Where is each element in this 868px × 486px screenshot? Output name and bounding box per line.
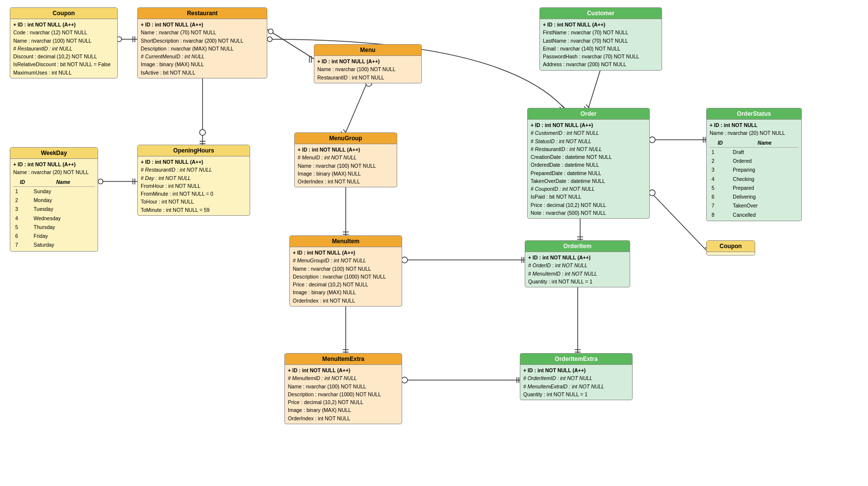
svg-point-34 bbox=[649, 137, 655, 143]
entity-field: CreationDate : datetime NOT NULL bbox=[531, 153, 646, 161]
entity-header-menuitem: MenuItem bbox=[290, 236, 402, 247]
table-cell: 2 bbox=[13, 196, 32, 205]
entity-orderstatus: OrderStatus+ ID : int NOT NULLName : nva… bbox=[706, 108, 802, 221]
entity-field: # OrderItemID : int NOT NULL bbox=[523, 374, 629, 382]
table-cell: 3 bbox=[13, 205, 32, 213]
entity-field: OrderIndex : int NOT NULL bbox=[288, 414, 399, 422]
entity-field: PasswordHash : nvarchar (70) NOT NULL bbox=[543, 52, 659, 60]
table-row: 2Monday bbox=[13, 196, 95, 205]
svg-point-52 bbox=[649, 190, 655, 196]
entity-field: # RestaurantID : int NULL bbox=[13, 45, 114, 52]
svg-line-4 bbox=[267, 29, 314, 59]
entity-body-menuitemextra: + ID : int NOT NULL (A++)# MenuItemID : … bbox=[285, 365, 402, 424]
entity-coupon_top: Coupon+ ID : int NOT NULL (A++)Code : nv… bbox=[10, 7, 118, 78]
entity-coupon_bottom: Coupon bbox=[706, 240, 755, 256]
entity-field: Code : nvarchar (12) NOT NULL bbox=[13, 28, 114, 36]
table-row: 4Checking bbox=[710, 175, 798, 183]
entity-restaurant: Restaurant+ ID : int NOT NULL (A++)Name … bbox=[137, 7, 267, 78]
svg-line-28 bbox=[588, 69, 601, 108]
entity-body-order: + ID : int NOT NULL (A++)# CustomerID : … bbox=[528, 120, 649, 218]
table-cell: Thursday bbox=[32, 223, 95, 231]
table-row: 6Delivering bbox=[710, 192, 798, 201]
entity-field: FirstName : nvarchar (70) NOT NULL bbox=[543, 28, 659, 36]
table-column-header: Name bbox=[731, 138, 798, 148]
table-cell: 4 bbox=[710, 175, 731, 183]
entity-header-orderitemextra: OrderItemExtra bbox=[520, 354, 632, 365]
table-row: 3Tuesday bbox=[13, 205, 95, 213]
table-column-header: Name bbox=[32, 178, 95, 187]
entity-field: # OrderID : int NOT NULL bbox=[528, 261, 627, 269]
entity-field: FromHour : int NOT NULL bbox=[141, 182, 247, 190]
table-cell: 6 bbox=[13, 231, 32, 240]
entity-field: Image : binary (MAX) NULL bbox=[293, 288, 399, 296]
entity-field: # Day : int NOT NULL bbox=[141, 174, 247, 182]
entity-field: TakenOverDate : datetime NULL bbox=[531, 177, 646, 185]
entity-field: + ID : int NOT NULL (A++) bbox=[531, 121, 646, 129]
entity-field: # MenuGroupID : int NOT NULL bbox=[293, 256, 399, 264]
table-cell: 5 bbox=[13, 223, 32, 231]
entity-header-orderitem: OrderItem bbox=[525, 241, 630, 252]
entity-header-orderstatus: OrderStatus bbox=[707, 108, 801, 120]
entity-header-order: Order bbox=[528, 108, 649, 120]
table-cell: Wednesday bbox=[32, 214, 95, 223]
entity-orderitem: OrderItem+ ID : int NOT NULL (A++)# Orde… bbox=[525, 240, 630, 287]
entity-field: ToMinute : int NOT NULL = 59 bbox=[141, 206, 247, 214]
entity-field: Name : nvarchar (100) NOT NULL bbox=[13, 37, 114, 45]
table-row: 8Cancelled bbox=[710, 210, 798, 219]
entity-weekday: WeekDay+ ID : int NOT NULL (A++)Name : n… bbox=[10, 147, 98, 252]
table-cell: Sunday bbox=[32, 186, 95, 196]
entity-body-orderstatus: + ID : int NOT NULLName : nvarchar (20) … bbox=[707, 120, 801, 221]
table-row: 1Sunday bbox=[13, 186, 95, 196]
entity-field: OrderIndex : int NOT NULL bbox=[293, 297, 399, 305]
table-cell: 5 bbox=[710, 183, 731, 192]
entity-field: + ID : int NOT NULL (A++) bbox=[141, 158, 247, 166]
table-cell: 7 bbox=[710, 201, 731, 210]
entity-field: + ID : int NOT NULL (A++) bbox=[13, 160, 95, 168]
entity-field: IsActive : bit NOT NULL bbox=[141, 69, 264, 77]
entity-field: Name : nvarchar (20) NOT NULL bbox=[13, 168, 95, 176]
entity-field: Price : decimal (10,2) NOT NULL bbox=[288, 398, 399, 406]
entity-field: + ID : int NOT NULL (A++) bbox=[298, 146, 394, 153]
entity-header-menugroup: MenuGroup bbox=[295, 133, 397, 144]
table-cell: Tuesday bbox=[32, 205, 95, 213]
entity-field: + ID : int NOT NULL bbox=[710, 121, 798, 129]
table-row: 4Wednesday bbox=[13, 214, 95, 223]
entity-body-menu: + ID : int NOT NULL (A++)Name : nvarchar… bbox=[314, 56, 421, 83]
entity-header-menu: Menu bbox=[314, 45, 421, 56]
entity-field: Quantity : int NOT NULL = 1 bbox=[523, 390, 629, 398]
entity-header-menuitemextra: MenuItemExtra bbox=[285, 354, 402, 365]
entity-field: Description : nvarchar (MAX) NOT NULL bbox=[141, 45, 264, 52]
table-cell: TakenOver bbox=[731, 201, 798, 210]
entity-field: Image : binary (MAX) NULL bbox=[288, 406, 399, 414]
entity-field: # CouponID : int NOT NULL bbox=[531, 185, 646, 193]
table-row: 5Prepared bbox=[710, 183, 798, 192]
table-cell: Checking bbox=[731, 175, 798, 183]
entity-body-menugroup: + ID : int NOT NULL (A++)# MenuID : int … bbox=[295, 144, 397, 187]
entity-body-customer: + ID : int NOT NULL (A++)FirstName : nva… bbox=[540, 19, 662, 70]
table-cell: 4 bbox=[13, 214, 32, 223]
entity-field: # MenuID : int NOT NULL bbox=[298, 153, 394, 161]
entity-body-orderitem: + ID : int NOT NULL (A++)# OrderID : int… bbox=[525, 252, 630, 287]
entity-field: Note : nvarchar (500) NOT NULL bbox=[531, 209, 646, 217]
entity-field: + ID : int NOT NULL (A++) bbox=[523, 366, 629, 374]
entity-header-coupon_bottom: Coupon bbox=[707, 241, 755, 252]
svg-point-9 bbox=[200, 129, 205, 135]
entity-body-coupon_bottom bbox=[707, 252, 755, 255]
inner-table-weekday: IDName1Sunday2Monday3Tuesday4Wednesday5T… bbox=[13, 178, 95, 250]
entity-field: Name : nvarchar (100) NOT NULL bbox=[293, 265, 399, 273]
table-row: 5Thursday bbox=[13, 223, 95, 231]
entity-field: Description : nvarchar (1000) NOT NULL bbox=[288, 390, 399, 398]
entity-field: + ID : int NOT NULL (A++) bbox=[528, 254, 627, 261]
entity-field: Name : nvarchar (100) NOT NULL bbox=[298, 162, 394, 170]
entity-field: Name : nvarchar (100) NOT NULL bbox=[317, 65, 418, 73]
entity-body-menuitem: + ID : int NOT NULL (A++)# MenuGroupID :… bbox=[290, 247, 402, 306]
entity-field: ShortDescription : nvarchar (200) NOT NU… bbox=[141, 37, 264, 45]
table-cell: Preparing bbox=[731, 165, 798, 174]
entity-field: LastName : nvarchar (70) NOT NULL bbox=[543, 37, 659, 45]
entity-field: + ID : int NOT NULL (A++) bbox=[13, 21, 114, 28]
entity-field: IsRelativeDiscount : bit NOT NULL = Fals… bbox=[13, 60, 114, 68]
entity-field: Price : decimal (10,2) NOT NULL bbox=[293, 281, 399, 288]
entity-menu: Menu+ ID : int NOT NULL (A++)Name : nvar… bbox=[314, 44, 422, 83]
entity-body-weekday: + ID : int NOT NULL (A++)Name : nvarchar… bbox=[10, 159, 98, 251]
entity-menuitem: MenuItem+ ID : int NOT NULL (A++)# MenuG… bbox=[289, 235, 402, 307]
